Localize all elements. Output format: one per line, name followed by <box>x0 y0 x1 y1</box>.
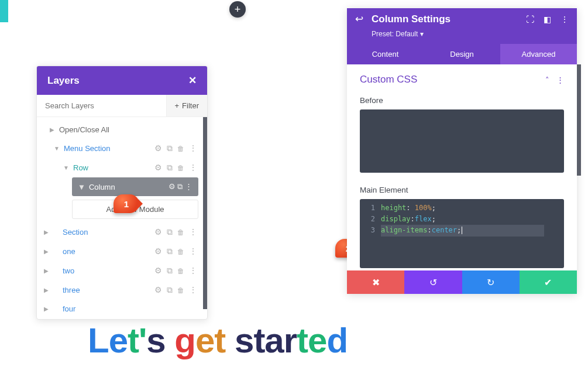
trash-icon[interactable] <box>177 163 184 173</box>
layer-label: Section <box>63 228 154 237</box>
gear-icon[interactable] <box>154 227 162 237</box>
expand-icon[interactable]: ⛶ <box>526 15 534 24</box>
hero-text-part: t' <box>128 321 146 360</box>
caret-right-icon: ▶ <box>43 306 50 312</box>
filter-button[interactable]: + Filter <box>166 95 207 117</box>
layer-four[interactable]: ▶ four <box>37 300 203 313</box>
tab-content[interactable]: Content <box>347 44 424 64</box>
more-icon[interactable] <box>189 143 197 153</box>
code-line-3: 3 align-items:center; <box>365 225 559 236</box>
section-title: Custom CSS <box>360 74 417 85</box>
duplicate-icon[interactable] <box>177 182 183 191</box>
gear-icon[interactable] <box>154 163 162 173</box>
trash-icon[interactable] <box>177 227 184 237</box>
layer-menu-section[interactable]: ▼ Menu Section <box>37 139 203 158</box>
css-semi: ; <box>432 215 436 223</box>
duplicate-icon[interactable] <box>167 163 173 173</box>
css-value: center <box>432 226 457 234</box>
save-button[interactable]: ✔ <box>520 270 577 294</box>
search-input[interactable] <box>37 95 166 117</box>
css-property: align-items <box>381 226 427 234</box>
scrollbar[interactable] <box>577 64 581 176</box>
settings-footer: ✖ ↺ ↻ ✔ <box>347 270 577 294</box>
layer-two[interactable]: ▶ two <box>37 261 203 280</box>
layer-column-selected[interactable]: ▼ Column <box>72 177 198 196</box>
more-icon[interactable] <box>185 182 192 191</box>
cancel-button[interactable]: ✖ <box>347 270 404 294</box>
hero-text-part: te <box>297 321 326 360</box>
tab-design[interactable]: Design <box>424 44 500 64</box>
gear-icon[interactable] <box>154 143 162 153</box>
main-element-label: Main Element <box>360 186 564 194</box>
css-property: height <box>381 204 406 212</box>
layer-label: Menu Section <box>64 144 154 153</box>
chevron-up-icon[interactable]: ˄ <box>545 76 549 84</box>
caret-right-icon: ▶ <box>43 229 50 235</box>
more-icon[interactable] <box>189 227 197 237</box>
layer-controls <box>154 246 197 256</box>
open-close-all-label: Open/Close All <box>59 125 197 134</box>
gear-icon[interactable] <box>154 285 162 295</box>
layer-label: two <box>63 266 154 275</box>
more-icon[interactable] <box>189 285 197 295</box>
hero-text-part: d <box>326 321 348 360</box>
css-semi: ; <box>432 204 436 212</box>
layer-one[interactable]: ▶ one <box>37 242 203 261</box>
preset-selector[interactable]: Preset: Default ▾ <box>347 30 577 44</box>
css-colon: : <box>406 204 414 212</box>
line-number: 1 <box>365 203 375 214</box>
layers-toolbar: + Filter <box>37 95 207 117</box>
scrollbar[interactable] <box>203 117 207 309</box>
add-section-button[interactable]: + <box>229 1 246 18</box>
gear-icon[interactable] <box>154 266 162 276</box>
back-icon[interactable]: ↩ <box>355 13 363 25</box>
before-css-input[interactable] <box>360 109 564 173</box>
main-element-css-input[interactable]: 1 height: 100%; 2 display:flex; 3 align-… <box>360 199 564 268</box>
open-close-all[interactable]: ▶ Open/Close All <box>37 121 203 139</box>
more-icon[interactable]: ⋮ <box>561 15 569 24</box>
redo-button[interactable]: ↻ <box>462 270 520 294</box>
hero-text-part: et <box>195 321 235 360</box>
trash-icon[interactable] <box>177 266 184 276</box>
undo-button[interactable]: ↺ <box>404 270 462 294</box>
more-icon[interactable] <box>189 246 197 256</box>
duplicate-icon[interactable] <box>167 143 173 153</box>
layer-controls <box>154 227 197 237</box>
duplicate-icon[interactable] <box>167 227 173 237</box>
layer-controls <box>154 143 197 153</box>
layer-row[interactable]: ▼ Row <box>37 158 203 177</box>
hero-text-part: Le <box>88 321 128 360</box>
layers-header: Layers ✕ <box>37 66 207 95</box>
duplicate-icon[interactable] <box>167 266 173 276</box>
more-icon[interactable] <box>189 163 197 173</box>
layer-three[interactable]: ▶ three <box>37 280 203 300</box>
trash-icon[interactable] <box>177 285 184 295</box>
gear-icon[interactable] <box>169 182 176 191</box>
more-icon[interactable] <box>189 266 197 276</box>
custom-css-section-header[interactable]: Custom CSS ˄ ⋮ <box>360 74 564 85</box>
section-icons: ˄ ⋮ <box>545 76 564 84</box>
line-number: 2 <box>365 214 375 225</box>
duplicate-icon[interactable] <box>167 285 173 295</box>
code-editor: 1 height: 100%; 2 display:flex; 3 align-… <box>360 199 564 240</box>
settings-header-top: ↩ Column Settings ⛶ ◧ ⋮ <box>347 8 577 30</box>
caret-right-icon: ▶ <box>43 268 50 274</box>
layer-label: Column <box>89 183 169 191</box>
layer-section[interactable]: ▶ Section <box>37 222 203 242</box>
caret-down-icon: ▼ <box>78 183 85 191</box>
page-edge-accent <box>0 0 8 22</box>
hero-text-part: star <box>235 321 297 360</box>
layer-controls <box>154 266 197 276</box>
hero-text-part: g <box>174 321 195 360</box>
tab-advanced[interactable]: Advanced <box>500 44 577 64</box>
before-label: Before <box>360 96 564 105</box>
filter-label: Filter <box>182 101 199 110</box>
more-icon[interactable]: ⋮ <box>556 76 564 84</box>
trash-icon[interactable] <box>177 143 184 153</box>
trash-icon[interactable] <box>177 246 184 256</box>
settings-tabs: Content Design Advanced <box>347 44 577 64</box>
close-icon[interactable]: ✕ <box>188 74 197 87</box>
gear-icon[interactable] <box>154 246 162 256</box>
duplicate-icon[interactable] <box>167 246 173 256</box>
layout-icon[interactable]: ◧ <box>544 15 551 24</box>
